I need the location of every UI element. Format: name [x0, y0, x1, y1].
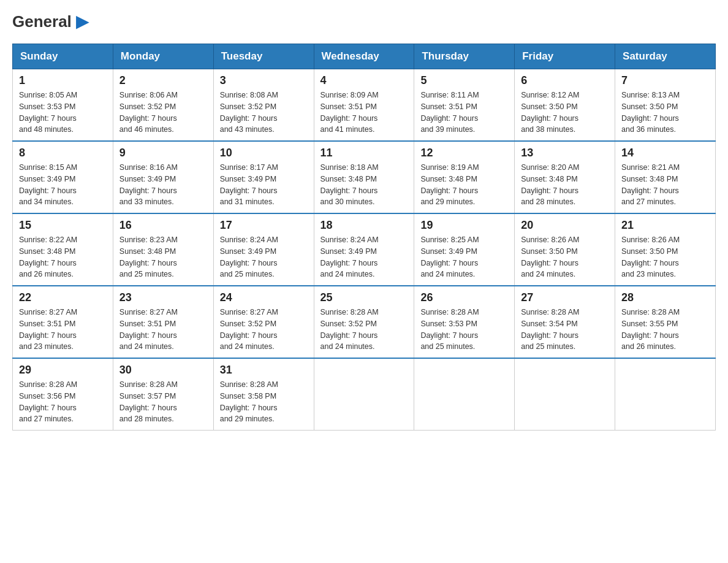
day-number: 6 — [521, 74, 609, 87]
empty-cell — [515, 358, 615, 431]
day-cell-10: 10Sunrise: 8:17 AMSunset: 3:49 PMDayligh… — [213, 141, 314, 213]
column-header-monday: Monday — [113, 44, 213, 69]
day-info: Sunrise: 8:13 AMSunset: 3:50 PMDaylight:… — [621, 90, 709, 136]
day-info: Sunrise: 8:09 AMSunset: 3:51 PMDaylight:… — [320, 90, 408, 136]
day-cell-3: 3Sunrise: 8:08 AMSunset: 3:52 PMDaylight… — [213, 69, 314, 142]
day-number: 31 — [220, 364, 308, 377]
day-number: 19 — [420, 219, 508, 232]
day-number: 10 — [220, 147, 308, 159]
column-header-saturday: Saturday — [615, 44, 716, 69]
day-info: Sunrise: 8:17 AMSunset: 3:49 PMDaylight:… — [220, 162, 308, 208]
day-number: 23 — [119, 291, 207, 304]
day-cell-19: 19Sunrise: 8:25 AMSunset: 3:49 PMDayligh… — [414, 213, 515, 286]
day-cell-27: 27Sunrise: 8:28 AMSunset: 3:54 PMDayligh… — [515, 286, 615, 358]
day-info: Sunrise: 8:12 AMSunset: 3:50 PMDaylight:… — [521, 90, 609, 136]
column-header-tuesday: Tuesday — [213, 44, 314, 69]
day-cell-15: 15Sunrise: 8:22 AMSunset: 3:48 PMDayligh… — [13, 213, 113, 286]
day-number: 24 — [220, 291, 308, 304]
day-info: Sunrise: 8:27 AMSunset: 3:51 PMDaylight:… — [19, 307, 107, 353]
day-cell-12: 12Sunrise: 8:19 AMSunset: 3:48 PMDayligh… — [414, 141, 515, 213]
day-info: Sunrise: 8:24 AMSunset: 3:49 PMDaylight:… — [220, 234, 308, 280]
empty-cell — [314, 358, 414, 431]
day-cell-29: 29Sunrise: 8:28 AMSunset: 3:56 PMDayligh… — [13, 358, 113, 431]
day-info: Sunrise: 8:26 AMSunset: 3:50 PMDaylight:… — [521, 234, 609, 280]
day-cell-6: 6Sunrise: 8:12 AMSunset: 3:50 PMDaylight… — [515, 69, 615, 142]
day-number: 20 — [521, 219, 609, 232]
day-cell-7: 7Sunrise: 8:13 AMSunset: 3:50 PMDaylight… — [615, 69, 716, 142]
day-number: 15 — [19, 219, 107, 232]
column-header-sunday: Sunday — [13, 44, 113, 69]
day-number: 29 — [19, 364, 107, 377]
day-info: Sunrise: 8:22 AMSunset: 3:48 PMDaylight:… — [19, 234, 107, 280]
day-number: 4 — [320, 74, 408, 87]
day-cell-5: 5Sunrise: 8:11 AMSunset: 3:51 PMDaylight… — [414, 69, 515, 142]
day-info: Sunrise: 8:23 AMSunset: 3:48 PMDaylight:… — [119, 234, 207, 280]
day-info: Sunrise: 8:24 AMSunset: 3:49 PMDaylight:… — [320, 234, 408, 280]
day-cell-28: 28Sunrise: 8:28 AMSunset: 3:55 PMDayligh… — [615, 286, 716, 358]
day-info: Sunrise: 8:25 AMSunset: 3:49 PMDaylight:… — [420, 234, 508, 280]
day-number: 22 — [19, 291, 107, 304]
day-info: Sunrise: 8:28 AMSunset: 3:53 PMDaylight:… — [420, 307, 508, 353]
day-info: Sunrise: 8:26 AMSunset: 3:50 PMDaylight:… — [621, 234, 709, 280]
day-cell-23: 23Sunrise: 8:27 AMSunset: 3:51 PMDayligh… — [113, 286, 213, 358]
day-info: Sunrise: 8:21 AMSunset: 3:48 PMDaylight:… — [621, 162, 709, 208]
day-info: Sunrise: 8:16 AMSunset: 3:49 PMDaylight:… — [119, 162, 207, 208]
day-info: Sunrise: 8:08 AMSunset: 3:52 PMDaylight:… — [220, 90, 308, 136]
day-number: 12 — [420, 147, 508, 159]
day-cell-16: 16Sunrise: 8:23 AMSunset: 3:48 PMDayligh… — [113, 213, 213, 286]
day-info: Sunrise: 8:19 AMSunset: 3:48 PMDaylight:… — [420, 162, 508, 208]
day-cell-14: 14Sunrise: 8:21 AMSunset: 3:48 PMDayligh… — [615, 141, 716, 213]
day-number: 13 — [521, 147, 609, 159]
day-number: 27 — [521, 291, 609, 304]
day-info: Sunrise: 8:15 AMSunset: 3:49 PMDaylight:… — [19, 162, 107, 208]
day-number: 3 — [220, 74, 308, 87]
day-info: Sunrise: 8:28 AMSunset: 3:55 PMDaylight:… — [621, 307, 709, 353]
week-row-5: 29Sunrise: 8:28 AMSunset: 3:56 PMDayligh… — [13, 358, 716, 431]
empty-cell — [414, 358, 515, 431]
day-number: 2 — [119, 74, 207, 87]
week-row-3: 15Sunrise: 8:22 AMSunset: 3:48 PMDayligh… — [13, 213, 716, 286]
day-number: 30 — [119, 364, 207, 377]
day-info: Sunrise: 8:27 AMSunset: 3:52 PMDaylight:… — [220, 307, 308, 353]
day-info: Sunrise: 8:28 AMSunset: 3:52 PMDaylight:… — [320, 307, 408, 353]
day-number: 26 — [420, 291, 508, 304]
day-info: Sunrise: 8:05 AMSunset: 3:53 PMDaylight:… — [19, 90, 107, 136]
day-number: 25 — [320, 291, 408, 304]
column-header-thursday: Thursday — [414, 44, 515, 69]
day-cell-26: 26Sunrise: 8:28 AMSunset: 3:53 PMDayligh… — [414, 286, 515, 358]
day-cell-11: 11Sunrise: 8:18 AMSunset: 3:48 PMDayligh… — [314, 141, 414, 213]
day-cell-31: 31Sunrise: 8:28 AMSunset: 3:58 PMDayligh… — [213, 358, 314, 431]
day-cell-30: 30Sunrise: 8:28 AMSunset: 3:57 PMDayligh… — [113, 358, 213, 431]
day-number: 8 — [19, 147, 107, 159]
logo-blue-part: ▶ — [72, 12, 88, 31]
column-header-friday: Friday — [515, 44, 615, 69]
day-cell-24: 24Sunrise: 8:27 AMSunset: 3:52 PMDayligh… — [213, 286, 314, 358]
day-number: 5 — [420, 74, 508, 87]
week-row-2: 8Sunrise: 8:15 AMSunset: 3:49 PMDaylight… — [13, 141, 716, 213]
calendar-table: SundayMondayTuesdayWednesdayThursdayFrid… — [12, 44, 716, 431]
week-row-1: 1Sunrise: 8:05 AMSunset: 3:53 PMDaylight… — [13, 69, 716, 142]
day-number: 21 — [621, 219, 709, 232]
day-cell-20: 20Sunrise: 8:26 AMSunset: 3:50 PMDayligh… — [515, 213, 615, 286]
day-info: Sunrise: 8:28 AMSunset: 3:58 PMDaylight:… — [220, 379, 308, 425]
logo: General ▶ — [12, 12, 88, 31]
day-number: 17 — [220, 219, 308, 232]
empty-cell — [615, 358, 716, 431]
day-number: 16 — [119, 219, 207, 232]
day-cell-22: 22Sunrise: 8:27 AMSunset: 3:51 PMDayligh… — [13, 286, 113, 358]
day-info: Sunrise: 8:06 AMSunset: 3:52 PMDaylight:… — [119, 90, 207, 136]
week-row-4: 22Sunrise: 8:27 AMSunset: 3:51 PMDayligh… — [13, 286, 716, 358]
day-cell-8: 8Sunrise: 8:15 AMSunset: 3:49 PMDaylight… — [13, 141, 113, 213]
day-cell-21: 21Sunrise: 8:26 AMSunset: 3:50 PMDayligh… — [615, 213, 716, 286]
day-cell-4: 4Sunrise: 8:09 AMSunset: 3:51 PMDaylight… — [314, 69, 414, 142]
day-info: Sunrise: 8:18 AMSunset: 3:48 PMDaylight:… — [320, 162, 408, 208]
page-header: General ▶ — [12, 12, 716, 31]
day-number: 7 — [621, 74, 709, 87]
logo-general: General — [12, 12, 72, 31]
day-number: 11 — [320, 147, 408, 159]
day-info: Sunrise: 8:20 AMSunset: 3:48 PMDaylight:… — [521, 162, 609, 208]
day-number: 1 — [19, 74, 107, 87]
day-number: 9 — [119, 147, 207, 159]
day-info: Sunrise: 8:28 AMSunset: 3:57 PMDaylight:… — [119, 379, 207, 425]
day-number: 28 — [621, 291, 709, 304]
